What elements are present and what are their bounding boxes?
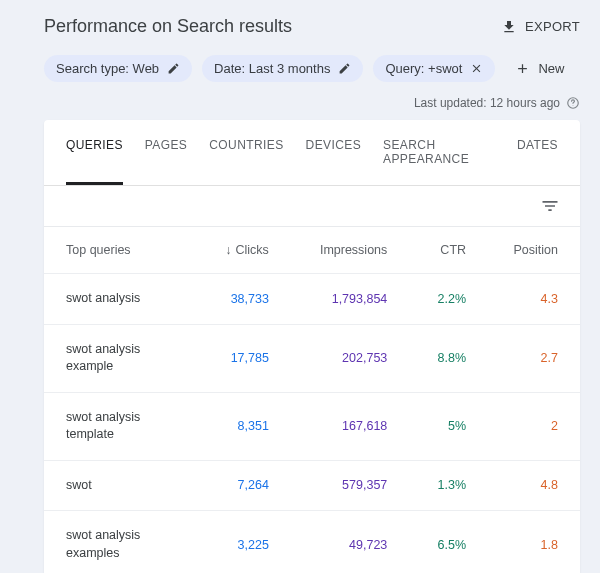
cell-ctr: 6.5% bbox=[401, 511, 480, 574]
pencil-icon bbox=[167, 62, 180, 75]
col-header-query[interactable]: Top queries bbox=[44, 227, 194, 274]
sort-down-icon: ↓ bbox=[225, 243, 231, 257]
cell-position: 4.8 bbox=[480, 460, 580, 511]
cell-ctr: 2.2% bbox=[401, 274, 480, 325]
cell-query: swot analysis bbox=[44, 274, 194, 325]
cell-clicks: 38,733 bbox=[194, 274, 283, 325]
filter-chip-label: Query: +swot bbox=[385, 61, 462, 76]
cell-query: swot bbox=[44, 460, 194, 511]
cell-impressions: 202,753 bbox=[283, 324, 401, 392]
download-icon bbox=[501, 19, 517, 35]
close-icon bbox=[470, 62, 483, 75]
filter-chip[interactable]: Search type: Web bbox=[44, 55, 192, 82]
cell-clicks: 17,785 bbox=[194, 324, 283, 392]
last-updated: Last updated: 12 hours ago bbox=[44, 96, 580, 110]
filter-chip[interactable]: Query: +swot bbox=[373, 55, 495, 82]
filter-chips-row: Search type: WebDate: Last 3 monthsQuery… bbox=[44, 55, 580, 82]
cell-ctr: 8.8% bbox=[401, 324, 480, 392]
pencil-icon bbox=[338, 62, 351, 75]
queries-table: Top queries ↓Clicks Impressions CTR Posi… bbox=[44, 227, 580, 573]
cell-ctr: 5% bbox=[401, 392, 480, 460]
cell-ctr: 1.3% bbox=[401, 460, 480, 511]
export-button[interactable]: EXPORT bbox=[501, 19, 580, 35]
tab-devices[interactable]: DEVICES bbox=[306, 120, 361, 185]
tab-pages[interactable]: PAGES bbox=[145, 120, 187, 185]
cell-impressions: 579,357 bbox=[283, 460, 401, 511]
page-title: Performance on Search results bbox=[44, 16, 292, 37]
table-row[interactable]: swot7,264579,3571.3%4.8 bbox=[44, 460, 580, 511]
new-filter-label: New bbox=[538, 61, 564, 76]
tab-dates[interactable]: DATES bbox=[517, 120, 558, 185]
filter-chip-label: Search type: Web bbox=[56, 61, 159, 76]
cell-position: 1.8 bbox=[480, 511, 580, 574]
export-label: EXPORT bbox=[525, 19, 580, 34]
plus-icon bbox=[515, 61, 530, 76]
filter-chip[interactable]: Date: Last 3 months bbox=[202, 55, 363, 82]
cell-query: swot analysis example bbox=[44, 324, 194, 392]
cell-clicks: 8,351 bbox=[194, 392, 283, 460]
tab-search-appearance[interactable]: SEARCH APPEARANCE bbox=[383, 120, 495, 185]
table-row[interactable]: swot analysis example17,785202,7538.8%2.… bbox=[44, 324, 580, 392]
last-updated-text: Last updated: 12 hours ago bbox=[414, 96, 560, 110]
table-row[interactable]: swot analysis examples3,22549,7236.5%1.8 bbox=[44, 511, 580, 574]
tab-countries[interactable]: COUNTRIES bbox=[209, 120, 283, 185]
col-header-clicks-label: Clicks bbox=[236, 243, 269, 257]
filter-icon[interactable] bbox=[540, 196, 560, 216]
table-row[interactable]: swot analysis38,7331,793,8542.2%4.3 bbox=[44, 274, 580, 325]
cell-query: swot analysis examples bbox=[44, 511, 194, 574]
col-header-clicks[interactable]: ↓Clicks bbox=[194, 227, 283, 274]
help-icon[interactable] bbox=[566, 96, 580, 110]
cell-position: 2.7 bbox=[480, 324, 580, 392]
tab-queries[interactable]: QUERIES bbox=[66, 120, 123, 185]
cell-clicks: 7,264 bbox=[194, 460, 283, 511]
cell-clicks: 3,225 bbox=[194, 511, 283, 574]
col-header-impressions[interactable]: Impressions bbox=[283, 227, 401, 274]
col-header-ctr[interactable]: CTR bbox=[401, 227, 480, 274]
cell-impressions: 1,793,854 bbox=[283, 274, 401, 325]
new-filter-button[interactable]: New bbox=[505, 55, 574, 82]
filter-chip-label: Date: Last 3 months bbox=[214, 61, 330, 76]
cell-position: 4.3 bbox=[480, 274, 580, 325]
col-header-position[interactable]: Position bbox=[480, 227, 580, 274]
results-card: QUERIESPAGESCOUNTRIESDEVICESSEARCH APPEA… bbox=[44, 120, 580, 573]
tabs-bar: QUERIESPAGESCOUNTRIESDEVICESSEARCH APPEA… bbox=[44, 120, 580, 186]
svg-point-1 bbox=[573, 105, 574, 106]
table-row[interactable]: swot analysis template8,351167,6185%2 bbox=[44, 392, 580, 460]
cell-impressions: 49,723 bbox=[283, 511, 401, 574]
cell-position: 2 bbox=[480, 392, 580, 460]
cell-impressions: 167,618 bbox=[283, 392, 401, 460]
cell-query: swot analysis template bbox=[44, 392, 194, 460]
